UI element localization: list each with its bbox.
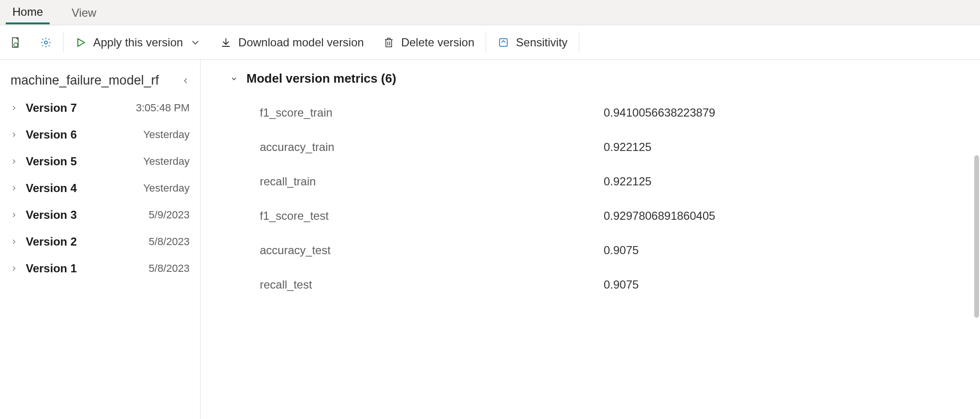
metric-name: recall_train	[260, 175, 604, 188]
metrics-list: f1_score_train0.9410056638223879accuracy…	[230, 96, 950, 302]
sidebar-header: machine_failure_model_rf	[0, 68, 200, 95]
metric-row: accuracy_train0.922125	[260, 130, 950, 164]
tab-view[interactable]: View	[65, 1, 103, 23]
metric-value: 0.9075	[604, 244, 639, 257]
version-timestamp: 5/8/2023	[149, 236, 190, 248]
chevron-right-icon	[11, 158, 17, 165]
delete-version-label: Delete version	[401, 36, 474, 49]
version-item[interactable]: Version 5Yesterday	[0, 148, 200, 175]
chevron-right-icon	[11, 185, 17, 192]
version-timestamp: 5/8/2023	[149, 262, 190, 275]
download-icon	[220, 37, 232, 48]
metric-name: recall_test	[260, 278, 604, 291]
versions-sidebar: machine_failure_model_rf Version 73:05:4…	[0, 60, 201, 419]
metric-row: f1_score_test0.9297806891860405	[260, 199, 950, 233]
chevron-right-icon	[11, 212, 17, 218]
scrollbar-thumb[interactable]	[974, 155, 979, 318]
version-name: Version 4	[26, 182, 143, 195]
play-icon	[75, 37, 86, 48]
metric-row: f1_score_train0.9410056638223879	[260, 96, 950, 130]
tab-home[interactable]: Home	[6, 0, 50, 24]
sensitivity-icon	[498, 37, 509, 48]
metric-value: 0.922125	[604, 175, 651, 188]
version-timestamp: Yesterday	[143, 129, 190, 141]
version-timestamp: 5/9/2023	[149, 209, 190, 221]
version-name: Version 6	[26, 128, 143, 141]
metric-value: 0.9075	[604, 278, 639, 291]
version-item[interactable]: Version 6Yesterday	[0, 121, 200, 148]
svg-point-1	[44, 41, 47, 44]
chevron-right-icon	[11, 105, 17, 111]
sensitivity-button[interactable]: Sensitivity	[488, 25, 577, 59]
svg-rect-2	[500, 39, 507, 46]
settings-button[interactable]	[31, 25, 61, 59]
version-timestamp: Yesterday	[143, 155, 190, 168]
metric-name: f1_score_test	[260, 209, 604, 223]
collapse-sidebar-button[interactable]	[182, 73, 190, 88]
sensitivity-label: Sensitivity	[516, 36, 567, 49]
version-name: Version 7	[26, 101, 136, 115]
metric-row: accuracy_test0.9075	[260, 233, 950, 268]
metric-name: accuracy_train	[260, 140, 604, 154]
download-version-label: Download model version	[238, 36, 364, 49]
refresh-page-icon	[10, 37, 21, 48]
version-item[interactable]: Version 35/9/2023	[0, 202, 200, 228]
version-name: Version 2	[26, 235, 149, 248]
version-timestamp: 3:05:48 PM	[136, 102, 190, 114]
metric-value: 0.9297806891860405	[604, 209, 715, 223]
metrics-section-title: Model version metrics (6)	[246, 71, 396, 86]
detail-panel: Model version metrics (6) f1_score_train…	[201, 60, 980, 419]
toolbar: Apply this version Download model versio…	[0, 25, 980, 60]
delete-version-button[interactable]: Delete version	[373, 25, 484, 59]
trash-icon	[383, 37, 394, 48]
refresh-button[interactable]	[0, 25, 31, 59]
metrics-section-header[interactable]: Model version metrics (6)	[230, 71, 950, 86]
version-item[interactable]: Version 15/8/2023	[0, 255, 200, 282]
toolbar-separator	[579, 32, 579, 53]
download-version-button[interactable]: Download model version	[211, 25, 373, 59]
main-area: machine_failure_model_rf Version 73:05:4…	[0, 60, 980, 419]
metric-name: f1_score_train	[260, 106, 604, 119]
version-name: Version 3	[26, 208, 149, 222]
gear-icon	[40, 37, 52, 48]
versions-list: Version 73:05:48 PMVersion 6YesterdayVer…	[0, 95, 200, 282]
chevron-right-icon	[11, 238, 17, 245]
version-name: Version 5	[26, 155, 143, 168]
metric-name: accuracy_test	[260, 244, 604, 257]
chevron-right-icon	[11, 131, 17, 138]
metric-row: recall_train0.922125	[260, 164, 950, 199]
metric-value: 0.9410056638223879	[604, 106, 715, 119]
tab-bar: Home View	[0, 0, 980, 25]
chevron-right-icon	[11, 265, 17, 272]
toolbar-separator	[63, 32, 64, 53]
apply-version-button[interactable]: Apply this version	[65, 25, 211, 59]
chevron-down-icon	[230, 71, 238, 86]
model-name: machine_failure_model_rf	[11, 73, 159, 88]
version-timestamp: Yesterday	[143, 182, 190, 194]
version-item[interactable]: Version 4Yesterday	[0, 175, 200, 202]
metric-row: recall_test0.9075	[260, 268, 950, 302]
toolbar-separator	[486, 32, 486, 53]
version-name: Version 1	[26, 262, 149, 275]
version-item[interactable]: Version 73:05:48 PM	[0, 95, 200, 121]
apply-version-label: Apply this version	[93, 36, 183, 49]
chevron-down-icon	[190, 37, 201, 48]
version-item[interactable]: Version 25/8/2023	[0, 228, 200, 255]
metric-value: 0.922125	[604, 140, 651, 154]
